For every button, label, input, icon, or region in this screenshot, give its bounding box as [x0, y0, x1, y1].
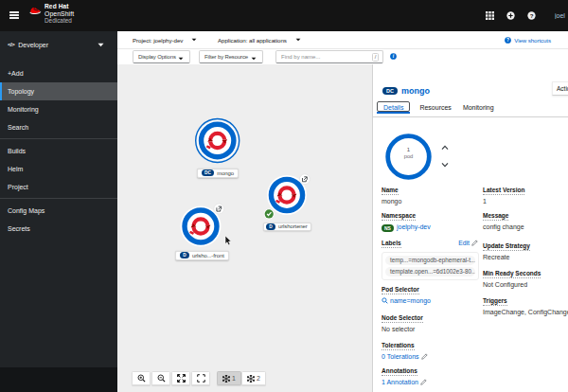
tab-monitoring[interactable]: Monitoring: [461, 101, 496, 116]
pod-donut[interactable]: 1 pod: [385, 134, 432, 180]
view-shortcuts-label: View shortcuts: [514, 37, 551, 44]
node-mongo[interactable]: [196, 119, 240, 163]
reset-view-button[interactable]: [191, 371, 210, 385]
resource-badge-d: D: [180, 252, 189, 258]
label-chip: template.open...=6d1002e3-80...: [385, 267, 475, 276]
actions-dropdown[interactable]: Actions: [552, 81, 568, 96]
nav-toggle-button[interactable]: [9, 11, 19, 19]
pencil-icon: [420, 379, 427, 385]
layout-2-button[interactable]: 2: [241, 371, 266, 385]
pencil-icon: [421, 353, 428, 360]
sidebar-item-add[interactable]: +Add: [0, 64, 117, 82]
detail-message: Message config change: [483, 212, 566, 230]
caret-down-icon: [178, 57, 184, 61]
topology-canvas[interactable]: DC mongo D urlshortener D urlsho...-fron…: [117, 64, 372, 392]
detail-label: Min Ready Seconds: [483, 270, 541, 278]
detail-node-selector: Node Selector No selector: [382, 314, 476, 332]
build-success-decorator[interactable]: [264, 209, 275, 220]
edit-label: Edit: [458, 240, 470, 246]
topology-toolbar: Display Options Filter by Resource / i: [117, 49, 568, 64]
details-side-panel: DC mongo Actions Details Resources Monit…: [372, 64, 568, 392]
info-circle-icon[interactable]: i: [390, 53, 397, 60]
project-selector[interactable]: Project: joelphy-dev: [133, 31, 197, 48]
node-urlshortener[interactable]: [264, 174, 311, 220]
annotations-link[interactable]: 1 Annotation: [382, 379, 418, 385]
detail-update-strategy: Update Strategy Recreate: [483, 242, 566, 260]
node-label-mongo[interactable]: DC mongo: [197, 169, 239, 179]
add-circle-icon[interactable]: [500, 7, 521, 26]
sidebar-item-secrets[interactable]: Secrets: [0, 220, 117, 238]
brand-line1: Red Hat: [44, 4, 74, 10]
fit-to-screen-button[interactable]: [171, 371, 190, 385]
detail-label: Namespace: [382, 212, 416, 221]
sidebar-item-config-maps[interactable]: Config Maps: [0, 202, 117, 220]
find-by-name-input[interactable]: [276, 54, 372, 60]
sidebar-item-builds[interactable]: Builds: [0, 142, 117, 160]
openshift-console: Red Hat OpenShift Dedicated: [0, 0, 568, 392]
node-label-urlsho-front[interactable]: D urlsho...-front: [175, 251, 229, 260]
view-shortcuts-link[interactable]: ? View shortcuts: [505, 31, 551, 48]
panel-title-link[interactable]: mongo: [401, 86, 430, 96]
labels-group: temp...=mongodb-ephemeral-t... template.…: [382, 252, 479, 280]
scale-up-button[interactable]: [440, 144, 450, 151]
resource-badge-ns: NS: [382, 224, 394, 232]
detail-value: Not Configured: [483, 281, 566, 288]
user-menu[interactable]: joel: [555, 12, 568, 19]
resource-badge-dc: DC: [202, 169, 214, 176]
application-selector[interactable]: Application: all applications: [218, 31, 301, 48]
question-circle-icon: ?: [505, 37, 511, 44]
zoom-out-button[interactable]: [151, 371, 170, 385]
mouse-cursor: [225, 236, 231, 245]
nav-divider: [0, 138, 117, 139]
pod-selector-link[interactable]: name=mongo: [390, 297, 431, 304]
detail-name: Name mongo: [382, 187, 476, 205]
scale-down-button[interactable]: [440, 161, 450, 169]
detail-label: Labels: [382, 240, 401, 248]
layout-1-number: 1: [232, 375, 236, 382]
svg-text:?: ?: [529, 12, 533, 19]
sidebar-item-search[interactable]: Search: [0, 118, 117, 136]
caret-down-icon: [251, 57, 257, 61]
labels-edit-link[interactable]: Edit: [458, 240, 478, 246]
detail-value: Recreate: [483, 254, 566, 260]
display-options-dropdown[interactable]: Display Options: [133, 50, 190, 63]
tab-resources[interactable]: Resources: [417, 101, 453, 116]
display-options-label: Display Options: [138, 54, 176, 60]
detail-label: Name: [382, 187, 399, 195]
sidebar-item-helm[interactable]: Helm: [0, 160, 117, 178]
open-url-decorator[interactable]: [300, 174, 311, 185]
sidebar-item-monitoring[interactable]: Monitoring: [0, 100, 117, 118]
detail-pod-selector: Pod Selector name=mongo: [382, 286, 476, 304]
filter-by-resource-dropdown[interactable]: Filter by Resource: [199, 50, 263, 63]
redhat-hat-icon: [28, 6, 43, 15]
label-chip: temp...=mongodb-ephemeral-t...: [385, 256, 475, 265]
brand-line3: Dedicated: [44, 18, 74, 24]
project-selector-label: Project: joelphy-dev: [133, 37, 183, 44]
perspective-switcher[interactable]: </> Developer: [0, 31, 117, 58]
detail-label: Annotations: [382, 367, 417, 376]
detail-tolerations: Tolerations 0 Tolerations: [382, 342, 476, 360]
tab-details[interactable]: Details: [377, 101, 410, 112]
layout-1-button[interactable]: 1: [217, 371, 241, 385]
detail-label: Update Strategy: [483, 242, 530, 251]
pod-unit: pod: [385, 153, 432, 160]
application-selector-label: Application: all applications: [218, 37, 287, 44]
sidebar-nav: </> Developer +Add Topology Monitoring S…: [0, 31, 117, 392]
sidebar-item-topology[interactable]: Topology: [0, 82, 117, 100]
context-bar: Project: joelphy-dev Application: all ap…: [117, 31, 568, 49]
topology-graph: [117, 64, 372, 392]
node-label-text: mongo: [217, 170, 234, 176]
help-circle-icon[interactable]: ?: [521, 7, 541, 26]
apps-grid-icon[interactable]: [479, 7, 500, 26]
actions-label: Actions: [557, 85, 568, 92]
tolerations-link[interactable]: 0 Tolerations: [382, 353, 419, 360]
node-urlsho-front[interactable]: [181, 204, 224, 246]
node-label-urlshortener[interactable]: D urlshortener: [263, 223, 311, 232]
zoom-in-button[interactable]: [132, 371, 151, 385]
sidebar-item-project[interactable]: Project: [0, 178, 117, 196]
namespace-link[interactable]: joelphy-dev: [397, 223, 431, 230]
brand-logo: Red Hat OpenShift Dedicated: [28, 4, 74, 25]
detail-label: Triggers: [483, 297, 507, 306]
open-url-decorator[interactable]: [214, 204, 224, 214]
detail-namespace: Namespace NSjoelphy-dev: [382, 212, 476, 232]
